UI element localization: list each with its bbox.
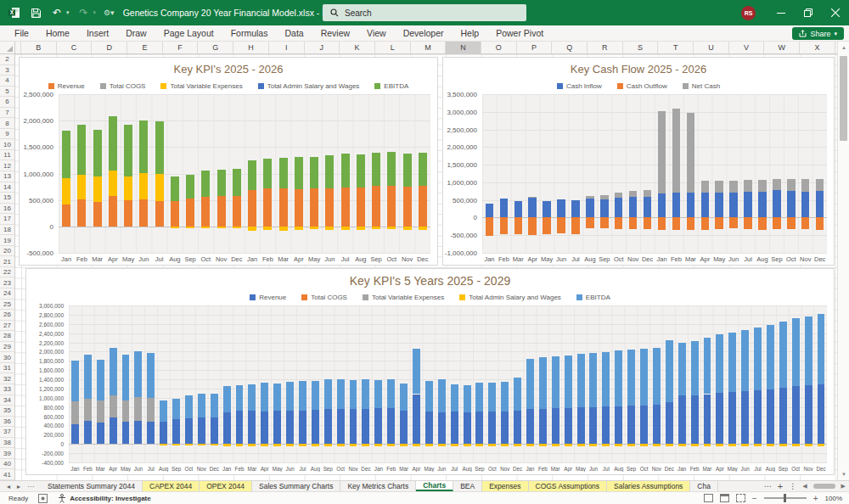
row-header-12[interactable]: 12: [0, 160, 14, 171]
account-avatar[interactable]: RS: [741, 6, 756, 20]
row-header-27[interactable]: 27: [0, 321, 14, 332]
row-header-28[interactable]: 28: [0, 331, 14, 342]
column-header-B[interactable]: B: [21, 42, 57, 53]
column-header-V[interactable]: V: [729, 42, 765, 53]
search-box[interactable]: Search: [323, 4, 526, 21]
new-sheet-icon[interactable]: +: [778, 481, 783, 491]
column-header-D[interactable]: D: [92, 42, 127, 53]
page-layout-view-icon[interactable]: [720, 494, 729, 502]
worksheet-grid[interactable]: 2345678910111213141516171819202122232425…: [0, 54, 849, 480]
zoom-level[interactable]: 100%: [825, 495, 842, 502]
row-header-36[interactable]: 36: [0, 417, 14, 428]
row-header-4[interactable]: 4: [0, 76, 14, 87]
chart-key-kpis-2025-2026[interactable]: Key KPI's 2025 - 2026 RevenueTotal COGST…: [19, 57, 438, 266]
sheet-tab-charts[interactable]: Charts: [416, 481, 453, 491]
row-header-21[interactable]: 21: [0, 256, 14, 267]
ribbon-tab-help[interactable]: Help: [453, 26, 487, 40]
column-header-F[interactable]: F: [163, 42, 199, 53]
row-header-35[interactable]: 35: [0, 406, 14, 417]
column-header-W[interactable]: W: [764, 42, 800, 53]
row-header-32[interactable]: 32: [0, 373, 14, 384]
column-header-N[interactable]: N: [446, 42, 481, 53]
ribbon-tab-review[interactable]: Review: [313, 26, 357, 40]
vertical-scrollbar-thumb[interactable]: [840, 56, 847, 141]
row-header-10[interactable]: 10: [0, 139, 14, 150]
sheet-tab-cha[interactable]: Cha: [690, 481, 718, 491]
column-header-A[interactable]: [15, 42, 21, 53]
row-header-7[interactable]: 7: [0, 108, 14, 119]
column-header-S[interactable]: S: [623, 42, 659, 53]
row-header-37[interactable]: 37: [0, 427, 14, 438]
next-sheet-icon[interactable]: ▸: [17, 483, 20, 490]
chart-key-cash-flow-2025-2026[interactable]: Key Cash Flow 2025 - 2026 Cash InflowCas…: [442, 57, 835, 266]
row-header-29[interactable]: 29: [0, 342, 14, 353]
row-header-5[interactable]: 5: [0, 87, 14, 98]
zoom-in-icon[interactable]: +: [813, 494, 818, 503]
row-header-8[interactable]: 8: [0, 118, 14, 129]
excel-app-icon[interactable]: X: [8, 6, 21, 20]
accessibility-status[interactable]: Accessibility: Investigate: [70, 495, 151, 502]
ribbon-tab-data[interactable]: Data: [277, 26, 311, 40]
sheet-tab-expenses[interactable]: Expenses: [482, 481, 528, 491]
row-header-19[interactable]: 19: [0, 235, 14, 246]
macro-record-icon[interactable]: [38, 494, 48, 503]
row-header-24[interactable]: 24: [0, 288, 14, 300]
column-header-M[interactable]: M: [411, 42, 447, 53]
row-header-18[interactable]: 18: [0, 225, 14, 236]
ribbon-tab-draw[interactable]: Draw: [118, 26, 155, 40]
row-header-2[interactable]: 2: [0, 54, 14, 65]
row-header-6[interactable]: 6: [0, 97, 14, 108]
close-button[interactable]: [822, 0, 849, 25]
column-header-O[interactable]: O: [481, 42, 517, 53]
column-header-G[interactable]: G: [198, 42, 233, 53]
row-header-38[interactable]: 38: [0, 438, 14, 449]
row-header-23[interactable]: 23: [0, 277, 14, 288]
share-button[interactable]: Share ▾: [792, 27, 844, 40]
row-header-31[interactable]: 31: [0, 363, 14, 374]
row-header-17[interactable]: 17: [0, 214, 14, 225]
column-header-H[interactable]: H: [233, 42, 269, 53]
column-header-J[interactable]: J: [305, 42, 340, 53]
scroll-up-icon[interactable]: ▲: [838, 42, 849, 53]
sheet-tab-opex-2044[interactable]: OPEX 2044: [200, 481, 252, 491]
select-all-corner[interactable]: [0, 42, 15, 53]
column-header-X[interactable]: X: [800, 42, 835, 53]
scroll-down-icon[interactable]: ▼: [838, 468, 849, 480]
zoom-out-icon[interactable]: −: [752, 494, 757, 503]
row-header-11[interactable]: 11: [0, 150, 14, 161]
row-header-22[interactable]: 22: [0, 267, 14, 278]
row-header-41[interactable]: 41: [0, 469, 14, 480]
ribbon-tab-power-pivot[interactable]: Power Pivot: [488, 26, 551, 40]
undo-icon[interactable]: ↶: [50, 6, 64, 20]
ribbon-tab-developer[interactable]: Developer: [396, 26, 452, 40]
sheet-tab-sales-summary-charts[interactable]: Sales Summary Charts: [252, 481, 340, 491]
column-header-U[interactable]: U: [694, 42, 729, 53]
prev-sheet-icon[interactable]: ◂: [7, 483, 10, 490]
column-header-K[interactable]: K: [340, 42, 375, 53]
row-header-30[interactable]: 30: [0, 352, 14, 363]
row-header-20[interactable]: 20: [0, 246, 14, 257]
row-header-3[interactable]: 3: [0, 65, 14, 76]
row-header-14[interactable]: 14: [0, 182, 14, 193]
column-header-R[interactable]: R: [588, 42, 623, 53]
ribbon-tab-home[interactable]: Home: [38, 26, 77, 40]
column-header-C[interactable]: C: [57, 42, 93, 53]
row-header-40[interactable]: 40: [0, 459, 14, 470]
row-header-25[interactable]: 25: [0, 300, 14, 311]
sheet-tab-salaries-assumptions[interactable]: Salaries Assumptions: [607, 481, 690, 491]
customize-qat-icon[interactable]: ⚙▾: [104, 8, 115, 17]
column-header-E[interactable]: E: [127, 42, 163, 53]
ribbon-tab-formulas[interactable]: Formulas: [223, 26, 276, 40]
more-sheets-icon[interactable]: ⋯: [764, 482, 772, 490]
accessibility-icon[interactable]: [58, 494, 66, 503]
hscroll-left-icon[interactable]: ◀: [802, 483, 807, 490]
row-header-26[interactable]: 26: [0, 310, 14, 321]
row-header-15[interactable]: 15: [0, 193, 14, 204]
sheet-tab-key-metrics-charts[interactable]: Key Metrics Charts: [340, 481, 416, 491]
zoom-slider-thumb[interactable]: [784, 494, 786, 502]
row-header-9[interactable]: 9: [0, 129, 14, 140]
column-header-Q[interactable]: Q: [552, 42, 588, 53]
column-header-T[interactable]: T: [658, 42, 694, 53]
save-icon[interactable]: [29, 6, 42, 20]
sheet-tab-cogs-assumptions[interactable]: COGS Assumptions: [529, 481, 608, 491]
